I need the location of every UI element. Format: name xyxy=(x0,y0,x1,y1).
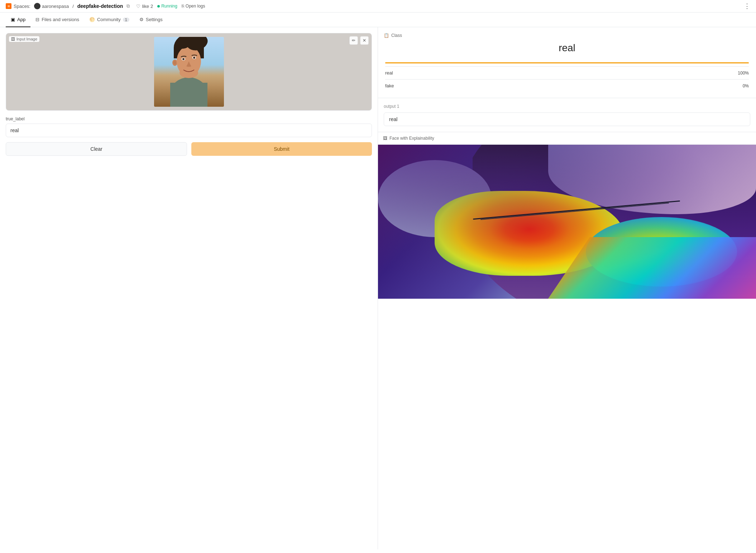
image-display-area xyxy=(6,33,372,110)
explain-label: Face with Explainability xyxy=(389,136,434,141)
app-icon: ▣ xyxy=(11,17,15,22)
settings-icon: ⚙ xyxy=(139,17,144,22)
output-label: output 1 xyxy=(384,104,750,109)
svg-point-12 xyxy=(173,61,176,64)
class-value: real xyxy=(384,42,750,57)
more-options-button[interactable]: ⋮ xyxy=(744,2,750,10)
right-panel: 📋 Class real real 100% fake 0% xyxy=(378,27,756,549)
svg-point-7 xyxy=(180,67,198,78)
svg-rect-6 xyxy=(170,83,207,107)
left-panel: 🖼 Input Image ✏ ✕ xyxy=(0,27,378,549)
open-logs-button[interactable]: ⎘ Open logs xyxy=(182,4,205,9)
clear-button[interactable]: Clear xyxy=(6,142,187,156)
class-icon: 📋 xyxy=(384,33,389,38)
nav-tabs: ▣ App ⊟ Files and versions 🌕 Community 1… xyxy=(0,13,756,27)
class-panel-header: 📋 Class xyxy=(384,33,750,38)
tab-files-label: Files and versions xyxy=(42,17,79,22)
repo-name[interactable]: deepfake-detection xyxy=(77,3,123,9)
submit-button[interactable]: Submit xyxy=(191,142,372,156)
class-panel-label: Class xyxy=(391,33,402,38)
edit-icon: ✏ xyxy=(352,38,355,43)
edit-image-button[interactable]: ✏ xyxy=(349,36,358,45)
face-explain-icon: 🖼 xyxy=(383,136,387,141)
community-badge: 1 xyxy=(123,18,129,22)
tab-files[interactable]: ⊟ Files and versions xyxy=(30,13,84,27)
explain-panel: 🖼 Face with Explainability xyxy=(378,132,756,299)
svg-point-15 xyxy=(176,38,190,49)
label-fake-row: fake 0% xyxy=(385,79,749,92)
tab-settings-label: Settings xyxy=(146,17,163,22)
user-avatar xyxy=(34,3,40,9)
true-label-label: true_label xyxy=(6,116,372,121)
heart-icon: ♡ xyxy=(136,4,140,9)
tab-settings[interactable]: ⚙ Settings xyxy=(134,13,168,27)
topbar: ⊞ Spaces: aaronespasa / deepfake-detecti… xyxy=(0,0,756,13)
community-icon: 🌕 xyxy=(89,17,95,22)
tab-community[interactable]: 🌕 Community 1 xyxy=(84,13,134,27)
real-label: real xyxy=(385,70,393,76)
svg-point-11 xyxy=(193,57,195,59)
topbar-actions: ♡ like 2 Running ⎘ Open logs xyxy=(136,4,205,9)
label-fake-section: fake 0% xyxy=(384,79,750,92)
copy-icon[interactable]: ⧉ xyxy=(126,3,130,9)
running-dot-icon xyxy=(157,5,160,8)
image-panel: 🖼 Input Image ✏ ✕ xyxy=(6,33,372,111)
explain-image xyxy=(378,145,756,299)
tab-app[interactable]: ▣ App xyxy=(6,13,30,27)
action-buttons: Clear Submit xyxy=(6,142,372,156)
person-image xyxy=(154,37,224,107)
label-real-row: real 100% xyxy=(385,66,749,79)
main-content: 🖼 Input Image ✏ ✕ xyxy=(0,27,756,549)
true-label-input[interactable] xyxy=(6,124,372,137)
real-pct: 100% xyxy=(738,71,749,76)
heatmap-blend xyxy=(378,145,756,299)
running-label: Running xyxy=(161,4,177,9)
topbar-separator: / xyxy=(72,4,74,9)
topbar-brand: ⊞ Spaces: xyxy=(6,3,30,9)
tab-app-label: App xyxy=(17,17,25,22)
output-value: real xyxy=(384,112,750,126)
input-image-label: Input Image xyxy=(16,37,37,41)
true-label-section: true_label xyxy=(6,116,372,142)
topbar-user[interactable]: aaronespasa xyxy=(34,3,69,9)
like-count: 2 xyxy=(150,4,153,9)
image-panel-actions: ✏ ✕ xyxy=(349,36,369,45)
close-image-button[interactable]: ✕ xyxy=(360,36,369,45)
running-status: Running xyxy=(157,4,177,9)
fake-label: fake xyxy=(385,83,394,88)
spaces-logo-icon: ⊞ xyxy=(6,3,11,9)
fake-pct: 0% xyxy=(743,83,749,88)
class-panel: 📋 Class real real 100% fake 0% xyxy=(378,27,756,98)
output-panel: output 1 real xyxy=(378,98,756,132)
files-icon: ⊟ xyxy=(35,17,39,22)
explain-header: 🖼 Face with Explainability xyxy=(378,132,756,145)
label-real-section: real 100% xyxy=(384,62,750,79)
image-icon: 🖼 xyxy=(11,37,15,41)
logs-label: Open logs xyxy=(186,4,205,9)
image-panel-header: 🖼 Input Image xyxy=(9,36,39,42)
like-label: like xyxy=(142,4,149,9)
real-progress-bar xyxy=(385,62,749,63)
svg-point-9 xyxy=(182,58,185,60)
like-button[interactable]: ♡ like 2 xyxy=(136,4,153,9)
spaces-label: Spaces: xyxy=(14,4,30,9)
heatmap-container xyxy=(378,145,756,299)
close-icon: ✕ xyxy=(363,38,366,43)
tab-community-label: Community xyxy=(97,17,121,22)
username-label: aaronespasa xyxy=(42,4,69,9)
logs-icon: ⎘ xyxy=(182,4,184,9)
